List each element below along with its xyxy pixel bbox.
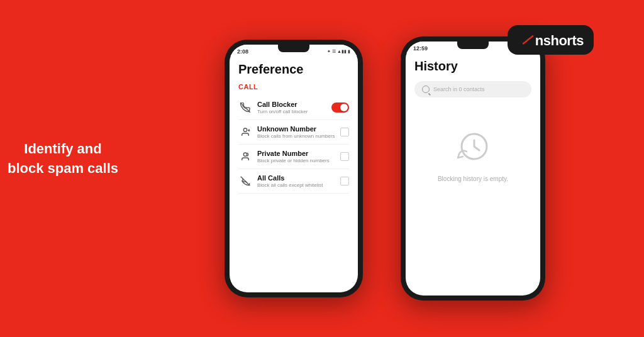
- tagline-line2: block spam calls: [8, 160, 118, 176]
- phone-right-wrapper: 12:59 ▮▮▮ ▮ History Search in 0 contacts: [401, 36, 545, 301]
- call-section-label: CALL: [238, 83, 349, 91]
- search-bar[interactable]: Search in 0 contacts: [414, 81, 531, 97]
- bluetooth-icon: ✦: [327, 49, 331, 54]
- call-blocker-icon: [238, 101, 252, 114]
- pref-item-private: Private Number Block private or hidden n…: [238, 145, 349, 169]
- inshorts-label: nshorts: [535, 33, 584, 48]
- status-icons-left: ✦ ☰ ▲▮▮ ▮: [327, 49, 350, 54]
- phone-left-screen: 2:08 ✦ ☰ ▲▮▮ ▮ Preference CALL: [230, 45, 358, 292]
- wifi-icon: ☰: [332, 49, 336, 54]
- phones-container: 2:08 ✦ ☰ ▲▮▮ ▮ Preference CALL: [126, 36, 644, 301]
- signal-icon: ▲▮▮: [337, 49, 347, 54]
- phone-right-notch: [457, 41, 489, 49]
- private-number-desc: Block private or hidden numbers: [257, 158, 335, 163]
- inshorts-badge: ⟋nshorts: [508, 25, 594, 55]
- battery-icon: ▮: [348, 49, 350, 54]
- unknown-number-text: Unknown Number Block calls from unknown …: [257, 125, 335, 139]
- phone-right-screen: 12:59 ▮▮▮ ▮ History Search in 0 contacts: [406, 41, 540, 296]
- pref-item-call-blocker: Call Blocker Turn on/off call blocker: [238, 96, 349, 120]
- all-calls-text: All Calls Block all calls except whiteli…: [257, 174, 335, 188]
- status-time-right: 12:59: [413, 45, 428, 52]
- all-calls-checkbox[interactable]: [340, 177, 349, 185]
- call-blocker-name: Call Blocker: [257, 101, 326, 108]
- tagline: Identify and block spam calls: [8, 140, 118, 179]
- all-calls-name: All Calls: [257, 174, 335, 182]
- left-tagline-section: Identify and block spam calls: [0, 140, 126, 197]
- svg-point-4: [243, 153, 247, 156]
- tagline-line1: Identify and: [24, 141, 101, 157]
- private-number-text: Private Number Block private or hidden n…: [257, 150, 335, 163]
- history-clock-icon: [454, 129, 492, 167]
- unknown-number-name: Unknown Number: [257, 125, 335, 133]
- inshorts-slash-icon: ⟋: [518, 30, 535, 49]
- private-number-checkbox[interactable]: [340, 152, 349, 161]
- call-blocker-toggle[interactable]: [331, 102, 349, 113]
- pref-item-all-calls: All Calls Block all calls except whiteli…: [238, 169, 349, 194]
- status-time-left: 2:08: [237, 48, 248, 55]
- unknown-number-desc: Block calls from unknown numbers: [257, 133, 335, 139]
- preference-content: Preference CALL Call Blocker Turn on: [230, 56, 358, 200]
- pref-item-unknown: Unknown Number Block calls from unknown …: [238, 120, 349, 145]
- empty-state: Blocking history is empty.: [414, 116, 531, 195]
- phone-right-mockup: 12:59 ▮▮▮ ▮ History Search in 0 contacts: [401, 36, 545, 301]
- call-blocker-desc: Turn on/off call blocker: [257, 109, 326, 114]
- search-placeholder-text: Search in 0 contacts: [433, 86, 485, 92]
- history-content: History Search in 0 contacts: [406, 53, 540, 201]
- phone-left-wrapper: 2:08 ✦ ☰ ▲▮▮ ▮ Preference CALL: [225, 40, 363, 297]
- inshorts-logo-text: ⟋nshorts: [518, 30, 584, 50]
- preference-title: Preference: [238, 62, 349, 77]
- unknown-number-checkbox[interactable]: [340, 128, 349, 136]
- unknown-number-icon: [238, 125, 252, 139]
- all-calls-desc: Block all calls except whitelist: [257, 182, 335, 188]
- history-title: History: [414, 59, 531, 74]
- svg-point-1: [243, 128, 247, 131]
- private-number-name: Private Number: [257, 150, 335, 157]
- search-icon: [422, 86, 430, 93]
- all-calls-icon: [238, 174, 252, 188]
- empty-state-text: Blocking history is empty.: [438, 175, 508, 182]
- phone-left-mockup: 2:08 ✦ ☰ ▲▮▮ ▮ Preference CALL: [225, 40, 363, 297]
- phone-left-notch: [278, 45, 309, 52]
- call-blocker-text: Call Blocker Turn on/off call blocker: [257, 101, 326, 114]
- private-number-icon: [238, 150, 252, 163]
